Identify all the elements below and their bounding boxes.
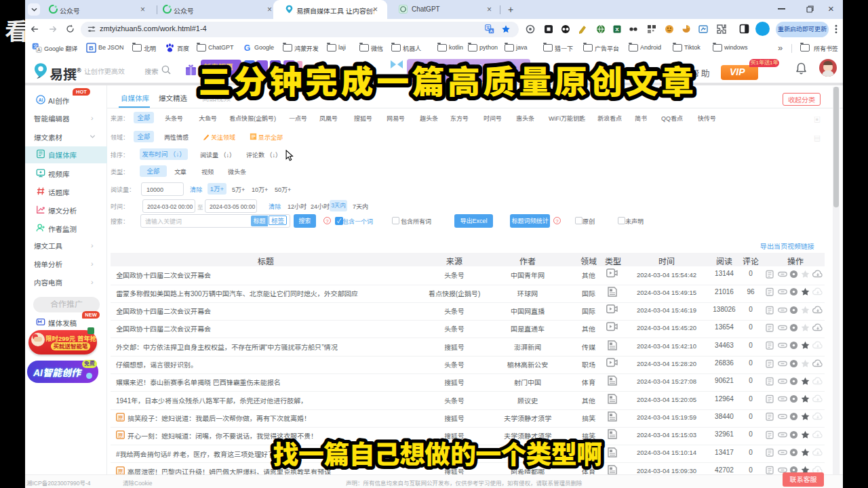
svg-text:X: X (615, 26, 619, 33)
svg-text:B: B (89, 45, 94, 52)
svg-text:A: A (490, 28, 493, 33)
svg-text:AI: AI (39, 98, 43, 102)
svg-text:原: 原 (118, 468, 123, 474)
svg-text:A: A (37, 47, 41, 52)
svg-text:G: G (244, 43, 250, 53)
svg-text:原: 原 (118, 415, 123, 421)
svg-text:原: 原 (118, 432, 123, 439)
